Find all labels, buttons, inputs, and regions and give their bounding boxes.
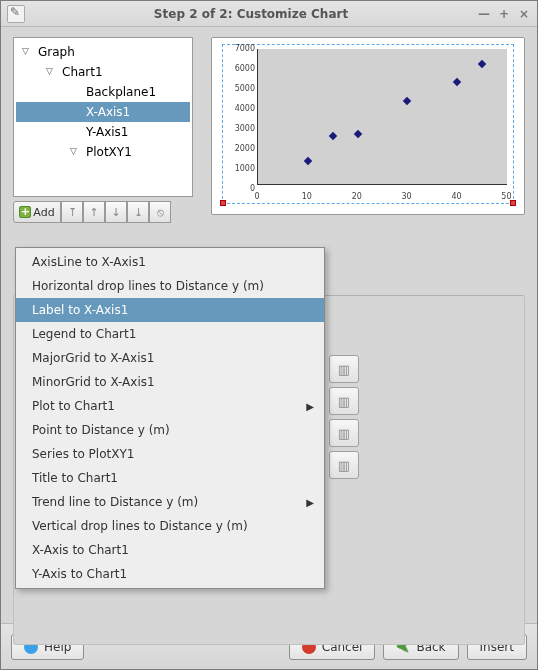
menu-item[interactable]: Plot to Chart1▶ (16, 394, 324, 418)
menu-item-label: MinorGrid to X-Axis1 (32, 375, 155, 389)
add-button[interactable]: + Add (13, 201, 61, 223)
menu-item-label: Point to Distance y (m) (32, 423, 170, 437)
tree-item[interactable]: ▽PlotXY1 (16, 142, 190, 162)
tree-item[interactable]: ▽Chart1 (16, 62, 190, 82)
app-icon (7, 5, 25, 23)
close-icon[interactable]: × (517, 7, 531, 21)
menu-item-label: Legend to Chart1 (32, 327, 136, 341)
data-point (353, 130, 361, 138)
add-context-menu[interactable]: AxisLine to X-Axis1Horizontal drop lines… (15, 247, 325, 589)
menu-item[interactable]: Y-Axis to Chart1 (16, 562, 324, 586)
menu-item-label: Title to Chart1 (32, 471, 118, 485)
menu-item[interactable]: Legend to Chart1 (16, 322, 324, 346)
tree-toolbar: + Add ⤒ ↑ ↓ ⤓ ⦸ (13, 201, 193, 223)
menu-item-label: Vertical drop lines to Distance y (m) (32, 519, 248, 533)
menu-item[interactable]: AxisLine to X-Axis1 (16, 250, 324, 274)
plot-area (257, 49, 507, 185)
property-button[interactable]: ▥ (329, 355, 359, 383)
menu-item[interactable]: Point to Distance y (m) (16, 418, 324, 442)
menu-item-label: Plot to Chart1 (32, 399, 115, 413)
menu-item[interactable]: Vertical drop lines to Distance y (m) (16, 514, 324, 538)
tree-item-label: PlotXY1 (86, 145, 132, 159)
menu-item[interactable]: MajorGrid to X-Axis1 (16, 346, 324, 370)
y-tick-label: 5000 (229, 84, 255, 93)
resize-handle-icon[interactable] (510, 200, 516, 206)
property-button[interactable]: ▥ (329, 419, 359, 447)
disclosure-triangle-icon[interactable]: ▽ (70, 146, 82, 158)
x-tick-label: 40 (447, 192, 467, 201)
menu-item[interactable]: Label to X-Axis1 (16, 298, 324, 322)
tree-item-label: Graph (38, 45, 75, 59)
add-button-label: Add (33, 206, 54, 219)
move-up-button[interactable]: ↑ (83, 201, 105, 223)
menu-item-label: MajorGrid to X-Axis1 (32, 351, 154, 365)
property-button[interactable]: ▥ (329, 387, 359, 415)
maximize-icon[interactable]: + (497, 7, 511, 21)
tree-item[interactable]: Y-Axis1 (16, 122, 190, 142)
dialog-window: Step 2 of 2: Customize Chart — + × ▽Grap… (0, 0, 538, 670)
delete-button[interactable]: ⦸ (149, 201, 171, 223)
menu-item-label: Label to X-Axis1 (32, 303, 128, 317)
x-tick-label: 0 (247, 192, 267, 201)
menu-item-label: Horizontal drop lines to Distance y (m) (32, 279, 264, 293)
title-bar: Step 2 of 2: Customize Chart — + × (1, 1, 537, 27)
tree-item-label: X-Axis1 (86, 105, 130, 119)
menu-item-label: Trend line to Distance y (m) (32, 495, 198, 509)
chart-element-tree[interactable]: ▽Graph▽Chart1Backplane1X-Axis1Y-Axis1▽Pl… (13, 37, 193, 197)
tree-item-label: Y-Axis1 (86, 125, 129, 139)
chart-selection-frame: 01000200030004000500060007000 0102030405… (222, 44, 514, 204)
data-point (453, 78, 461, 86)
tree-item[interactable]: ▽Graph (16, 42, 190, 62)
tree-item-label: Backplane1 (86, 85, 156, 99)
x-tick-label: 10 (297, 192, 317, 201)
disclosure-triangle-icon (70, 86, 82, 98)
tree-item-label: Chart1 (62, 65, 103, 79)
y-tick-label: 4000 (229, 104, 255, 113)
disclosure-triangle-icon (70, 106, 82, 118)
content-area: ▽Graph▽Chart1Backplane1X-Axis1Y-Axis1▽Pl… (1, 27, 537, 623)
window-title: Step 2 of 2: Customize Chart (31, 7, 471, 21)
plus-icon: + (19, 206, 31, 218)
move-down-button[interactable]: ↓ (105, 201, 127, 223)
y-tick-label: 3000 (229, 124, 255, 133)
y-tick-label: 2000 (229, 144, 255, 153)
tree-item[interactable]: X-Axis1 (16, 102, 190, 122)
menu-item[interactable]: MinorGrid to X-Axis1 (16, 370, 324, 394)
move-bottom-button[interactable]: ⤓ (127, 201, 149, 223)
disclosure-triangle-icon[interactable]: ▽ (46, 66, 58, 78)
menu-item[interactable]: X-Axis to Chart1 (16, 538, 324, 562)
menu-item[interactable]: Title to Chart1 (16, 466, 324, 490)
data-point (304, 157, 312, 165)
x-tick-label: 20 (347, 192, 367, 201)
resize-handle-icon[interactable] (220, 200, 226, 206)
data-point (403, 97, 411, 105)
menu-item-label: Series to PlotXY1 (32, 447, 134, 461)
move-top-button[interactable]: ⤒ (61, 201, 83, 223)
chart-preview: 01000200030004000500060007000 0102030405… (211, 37, 525, 215)
data-point (328, 132, 336, 140)
y-tick-label: 7000 (229, 44, 255, 53)
tree-item[interactable]: Backplane1 (16, 82, 190, 102)
submenu-arrow-icon: ▶ (306, 497, 314, 508)
minimize-icon[interactable]: — (477, 7, 491, 21)
submenu-arrow-icon: ▶ (306, 401, 314, 412)
x-tick-label: 30 (397, 192, 417, 201)
disclosure-triangle-icon[interactable]: ▽ (22, 46, 34, 58)
menu-item[interactable]: Horizontal drop lines to Distance y (m) (16, 274, 324, 298)
y-tick-label: 1000 (229, 164, 255, 173)
property-button[interactable]: ▥ (329, 451, 359, 479)
menu-item-label: Y-Axis to Chart1 (32, 567, 127, 581)
data-point (478, 60, 486, 68)
menu-item[interactable]: Series to PlotXY1 (16, 442, 324, 466)
menu-item[interactable]: Trend line to Distance y (m)▶ (16, 490, 324, 514)
menu-item-label: AxisLine to X-Axis1 (32, 255, 146, 269)
menu-item-label: X-Axis to Chart1 (32, 543, 129, 557)
y-tick-label: 6000 (229, 64, 255, 73)
disclosure-triangle-icon (70, 126, 82, 138)
